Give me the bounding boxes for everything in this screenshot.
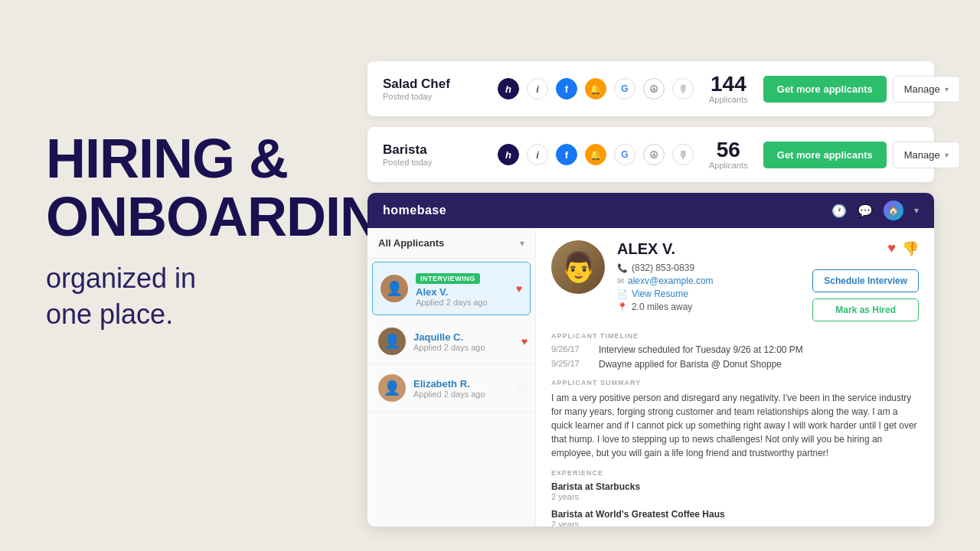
manage-label: Manage xyxy=(904,83,940,95)
heart-icon: ♥ xyxy=(516,282,522,295)
phone-contact: 📞 (832) 853-0839 xyxy=(617,262,714,273)
applicant-name: Alex V. xyxy=(416,286,522,298)
applicant-item-alex[interactable]: 👤 INTERVIEWING Alex V. Applied 2 days ag… xyxy=(372,262,531,315)
snagajob-icon: 🔔 xyxy=(585,144,606,165)
app-logo: homebase xyxy=(383,204,446,217)
job-icons: h i f 🔔 G ☮ 🎙 xyxy=(498,144,694,165)
interviewing-badge: INTERVIEWING xyxy=(416,273,480,284)
app-header-icons: 🕐 💬 🏠 ▾ xyxy=(831,201,919,220)
applicant-number: 56 xyxy=(709,139,748,161)
job-posted: Posted today xyxy=(383,158,475,167)
resume-link[interactable]: View Resume xyxy=(632,289,688,299)
location-icon: 📍 xyxy=(617,302,628,312)
mark-as-hired-button[interactable]: Mark as Hired xyxy=(812,298,919,321)
applicant-summary: I am a very positive person and disregar… xyxy=(551,391,919,460)
job-card-barista: Barista Posted today h i f 🔔 G ☮ 🎙 56 Ap… xyxy=(368,127,934,182)
applicant-item-jaquille[interactable]: 👤 Jaquille C. Applied 2 days ago ♥ xyxy=(368,318,535,365)
get-more-applicants-button[interactable]: Get more applicants xyxy=(763,76,887,103)
applicant-applied: Applied 2 days ago xyxy=(416,298,522,307)
job-card-info: Barista Posted today xyxy=(383,142,475,167)
email-contact: ✉ alexv@example.com xyxy=(617,276,714,286)
chat-icon[interactable]: 💬 xyxy=(858,204,873,218)
applicant-number: 144 xyxy=(709,73,748,95)
hero-title-line2: ONBOARDING xyxy=(46,186,421,247)
list-header: All Applicants ▾ xyxy=(368,228,535,259)
phone-number: (832) 853-0839 xyxy=(632,262,694,273)
detail-main: 👨 ALEX V. 📞 (832) 853-0839 ✉ alexv@examp… xyxy=(551,240,714,315)
like-button[interactable]: ♥ xyxy=(887,240,896,257)
timeline-item-2: 9/25/17 Dwayne applied for Barista @ Don… xyxy=(551,359,919,370)
facebook-icon: f xyxy=(556,78,577,99)
detail-actions: ♥ 👎 Schedule Interview Mark as Hired xyxy=(812,240,919,321)
right-panel: Salad Chef Posted today h i f 🔔 G ☮ 🎙 14… xyxy=(368,61,934,527)
distance-text: 2.0 miles away xyxy=(632,302,692,312)
dislike-button[interactable]: 👎 xyxy=(902,240,919,257)
applicant-info: INTERVIEWING Alex V. Applied 2 days ago xyxy=(416,270,522,307)
indeed-icon: i xyxy=(527,78,548,99)
job-title: Barista xyxy=(383,142,475,158)
applicant-name: Elizabeth R. xyxy=(413,378,524,390)
homebase-icon: h xyxy=(498,144,519,165)
manage-button[interactable]: Manage ▾ xyxy=(893,76,960,103)
experience-item-2: Barista at World's Greatest Coffee Haus … xyxy=(551,509,919,527)
applicant-full-name: ALEX V. xyxy=(617,240,714,258)
applicants-list: All Applicants ▾ 👤 INTERVIEWING Alex V. … xyxy=(368,228,536,527)
applicant-applied: Applied 2 days ago xyxy=(413,343,524,352)
exp-title: Barista at World's Greatest Coffee Haus xyxy=(551,509,919,520)
avatar[interactable]: 🏠 xyxy=(884,201,903,220)
applicant-photo: 👨 xyxy=(551,240,605,294)
action-icons: ♥ 👎 xyxy=(812,240,919,257)
phone-icon: 📞 xyxy=(617,263,628,273)
applicant-applied: Applied 2 days ago xyxy=(413,390,524,399)
timeline-text: Interview scheduled for Tuesday 9/26 at … xyxy=(599,344,803,355)
applicant-label: Applicants xyxy=(709,95,748,104)
timeline-text: Dwayne applied for Barista @ Donut Shopp… xyxy=(599,359,782,370)
mic-icon: 🎙 xyxy=(672,78,694,99)
manage-label: Manage xyxy=(904,149,940,161)
exp-years: 2 years xyxy=(551,520,919,527)
hero-title-line1: HIRING & xyxy=(46,128,288,189)
heart-icon: ♡ xyxy=(518,382,528,394)
experience-item-1: Barista at Starbucks 2 years xyxy=(551,481,919,501)
job-card-salad-chef: Salad Chef Posted today h i f 🔔 G ☮ 🎙 14… xyxy=(368,61,934,116)
list-title: All Applicants xyxy=(378,237,444,249)
snagajob-icon: 🔔 xyxy=(585,78,606,99)
app-panel: homebase 🕐 💬 🏠 ▾ All Applicants ▾ xyxy=(368,193,934,527)
homebase-icon: h xyxy=(498,78,519,99)
job-title: Salad Chef xyxy=(383,77,475,92)
applicant-label: Applicants xyxy=(709,161,748,170)
applicant-count: 144 Applicants xyxy=(709,73,748,104)
applicant-info: Elizabeth R. Applied 2 days ago xyxy=(413,378,524,399)
avatar: 👤 xyxy=(378,328,406,355)
applicant-info: Jaquille C. Applied 2 days ago xyxy=(413,331,524,352)
detail-info: ALEX V. 📞 (832) 853-0839 ✉ alexv@example… xyxy=(617,240,714,315)
exp-title: Barista at Starbucks xyxy=(551,481,919,492)
get-more-applicants-button[interactable]: Get more applicants xyxy=(763,142,887,168)
hero-section: HIRING & ONBOARDING organized inone plac… xyxy=(46,130,421,333)
chevron-down-icon: ▾ xyxy=(945,85,949,93)
peace-icon: ☮ xyxy=(643,78,665,99)
email-icon: ✉ xyxy=(617,276,624,286)
app-body: All Applicants ▾ 👤 INTERVIEWING Alex V. … xyxy=(368,228,934,527)
timeline-date: 9/25/17 xyxy=(551,359,590,370)
hero-title: HIRING & ONBOARDING xyxy=(46,130,421,246)
indeed-icon: i xyxy=(527,144,548,165)
applicant-item-elizabeth[interactable]: 👤 Elizabeth R. Applied 2 days ago ♡ xyxy=(368,365,535,412)
schedule-interview-button[interactable]: Schedule Interview xyxy=(812,269,919,292)
job-icons: h i f 🔔 G ☮ 🎙 xyxy=(498,78,694,99)
manage-button[interactable]: Manage ▾ xyxy=(893,142,960,168)
mic-icon: 🎙 xyxy=(672,144,694,165)
experience-section-label: EXPERIENCE xyxy=(551,469,919,477)
resume-icon: 📄 xyxy=(617,289,628,299)
chevron-down-icon[interactable]: ▾ xyxy=(914,205,919,216)
avatar: 👤 xyxy=(381,275,408,302)
email-link[interactable]: alexv@example.com xyxy=(628,276,714,286)
hero-subtitle: organized inone place. xyxy=(46,261,421,333)
peace-icon: ☮ xyxy=(643,144,665,165)
list-toggle[interactable]: ▾ xyxy=(520,238,524,249)
applicant-count: 56 Applicants xyxy=(709,139,748,170)
timeline-section-label: APPLICANT TIMELINE xyxy=(551,332,919,340)
clock-icon[interactable]: 🕐 xyxy=(831,204,847,218)
detail-header: 👨 ALEX V. 📞 (832) 853-0839 ✉ alexv@examp… xyxy=(551,240,919,321)
google-icon: G xyxy=(614,78,635,99)
